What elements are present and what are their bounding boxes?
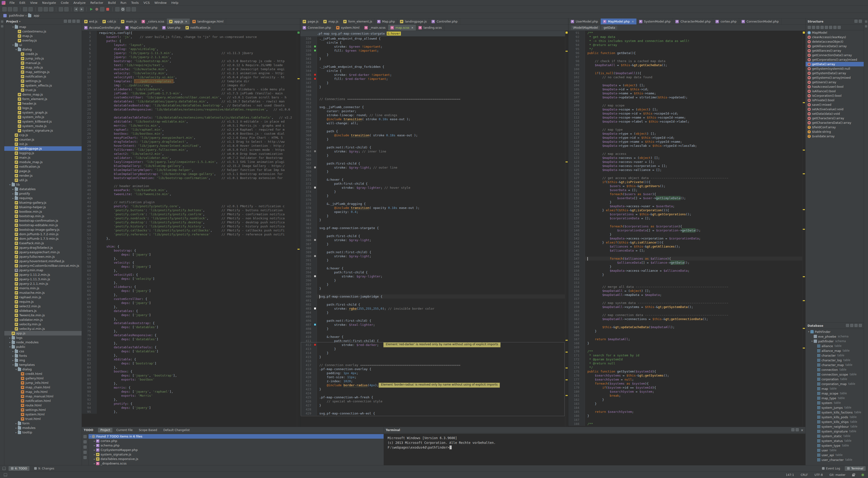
line-number[interactable]: 175 — [568, 370, 581, 374]
database-tree-item[interactable]: user_charactertable — [806, 457, 864, 462]
code-line[interactable]: 72 }, — [82, 317, 300, 321]
line-number[interactable]: 395 — [300, 274, 313, 278]
project-tree-item[interactable]: Hroute.html — [4, 403, 82, 408]
code-line[interactable]: 42 — [82, 196, 300, 200]
line-number[interactable]: 8 — [82, 59, 93, 63]
line-number[interactable]: 158 — [568, 301, 581, 305]
line-number[interactable]: 31 — [82, 152, 93, 156]
code-line[interactable]: 384 — [300, 230, 568, 234]
database-tree-item[interactable]: ▾PathFinder — [806, 329, 864, 334]
code-line[interactable]: 60 }, — [82, 268, 300, 273]
code-line[interactable]: 12 velocityUI: 'lib/velocity.ui.min', //… — [82, 75, 300, 79]
code-line[interactable]: 177 $searchSystem = null; — [568, 378, 805, 382]
line-number[interactable]: 351 — [300, 97, 313, 101]
project-tree-item[interactable]: Hmap_manual.html — [4, 394, 82, 399]
tree-toggle-icon[interactable]: ▾ — [8, 184, 11, 186]
tree-toggle-icon[interactable]: ▸ — [11, 197, 15, 199]
line-number[interactable]: 375 — [300, 194, 313, 198]
code-line[interactable]: 34 blueImpGallery: 'lib/blueimp-gallery'… — [82, 164, 300, 168]
code-line[interactable]: 365 } — [300, 153, 568, 157]
line-number[interactable]: 403 — [300, 307, 313, 311]
line-number[interactable]: 369 — [300, 169, 313, 173]
line-number[interactable]: 184 — [568, 406, 581, 410]
code-line[interactable]: 175public function getSystem($systemId){ — [568, 370, 805, 374]
line-number[interactable]: 414 — [300, 351, 313, 355]
editor-tab[interactable]: Pcortex.php — [713, 19, 739, 24]
code-line[interactable]: 44 pnotify: 'lib/pnotify/pnotify.core', … — [82, 204, 300, 208]
line-number[interactable]: 355 — [300, 113, 313, 117]
code-line[interactable]: 152 — [568, 277, 805, 281]
code-line[interactable]: 373 stroke: $gray-lighter; // hover styl… — [300, 186, 568, 190]
code-line[interactable]: 122 $mapData->access = (object) []; — [568, 156, 805, 160]
line-number[interactable]: 4 — [82, 43, 93, 47]
stop-icon[interactable] — [105, 7, 110, 11]
line-number[interactable]: 52 — [82, 236, 93, 241]
project-tree-item[interactable]: Hmap_chain.html — [4, 385, 82, 389]
line-number[interactable]: 22 — [82, 116, 93, 120]
line-number[interactable]: 383 — [300, 226, 313, 230]
show-fields-icon[interactable] — [816, 26, 819, 29]
line-number[interactable]: 140 — [568, 228, 581, 232]
line-number[interactable]: 183 — [568, 402, 581, 406]
line-number[interactable]: 102 — [568, 75, 581, 79]
code-line[interactable]: 395 stroke: $gray-lighter; — [300, 274, 568, 278]
line-number[interactable]: 95 — [568, 47, 581, 51]
line-number[interactable]: 171 — [568, 353, 581, 357]
line-number[interactable]: 33 — [82, 160, 93, 164]
code-line[interactable]: 5 dialog: 'app/ui/dialog', — [82, 47, 300, 51]
code-line[interactable]: 92 * get map data — [568, 35, 805, 39]
line-number[interactable]: 398 — [300, 286, 313, 290]
project-tree-item[interactable]: JSjquery.dragToSelect.js — [4, 246, 82, 250]
editor-tab[interactable]: JSapp.js× — [167, 19, 190, 24]
code-line[interactable]: 22 datatablesTableTools: 'lib/datatables… — [82, 116, 300, 120]
line-number[interactable]: 353 — [300, 105, 313, 109]
code-line[interactable]: 69 }, — [82, 305, 300, 309]
line-number[interactable]: 187 — [568, 418, 581, 422]
project-tree-item[interactable]: JSform_element.js — [4, 97, 82, 101]
tree-toggle-icon[interactable]: ▸ — [93, 453, 96, 456]
line-number[interactable]: 406 — [300, 319, 313, 323]
line-number[interactable]: 173 — [568, 361, 581, 365]
code-line[interactable]: 131 foreach($users as $user){ — [568, 192, 805, 196]
todo-tab[interactable]: Default Changelist — [161, 428, 192, 433]
code-line[interactable]: 113 $mapData->scope->label = $this->scop… — [568, 120, 805, 124]
editor-tab[interactable]: PConnection.php — [300, 25, 334, 31]
line-number[interactable]: 380 — [300, 214, 313, 218]
code-line[interactable]: 27 easyPieChart: 'lib/jquery.easypiechar… — [82, 136, 300, 140]
code-line[interactable]: 24 morris: 'lib/morris.min', // v0.5.1 M… — [82, 124, 300, 128]
line-number[interactable]: 74 — [82, 325, 93, 329]
code-line[interactable]: 427} — [300, 403, 568, 407]
code-line[interactable]: 125 $mapData->access->alliance = []; — [568, 168, 805, 172]
line-number[interactable]: 176 — [568, 374, 581, 378]
code-line[interactable]: 360 @include transition( stroke 0.18s ea… — [300, 133, 568, 137]
structure-item[interactable]: misCorporation():bool — [806, 93, 864, 98]
code-line[interactable]: 390 stroke: $gray-light; — [300, 254, 568, 258]
project-tree-item[interactable]: ▾public — [4, 345, 82, 349]
line-number[interactable]: 81 — [82, 353, 93, 357]
line-number[interactable]: 342 — [300, 61, 313, 65]
project-tree-item[interactable]: JSpage.js — [4, 169, 82, 173]
structure-item[interactable]: mgetCharactersData():array — [806, 121, 864, 125]
line-number[interactable]: 376 — [300, 198, 313, 202]
line-number[interactable]: 132 — [568, 196, 581, 200]
line-number[interactable]: 23 — [82, 120, 93, 124]
line-number[interactable]: 58 — [82, 261, 93, 265]
line-number[interactable]: 170 — [568, 349, 581, 353]
line-number[interactable]: 393 — [300, 266, 313, 270]
line-number[interactable]: 123 — [568, 160, 581, 164]
line-number[interactable]: 168 — [568, 341, 581, 345]
code-line[interactable]: 417// Connection overlay ===============… — [300, 363, 568, 367]
code-line[interactable]: 148 $allianceData[] = $alliance->getData… — [568, 261, 805, 265]
code-line[interactable]: 159 $mapDataAll->systems = $this-&gt;get… — [568, 305, 805, 309]
line-number[interactable]: 18 — [82, 99, 93, 103]
code-line[interactable]: 74 deps: ['datatables'] — [82, 325, 300, 329]
hide-icon[interactable] — [859, 20, 862, 23]
show-inherited-icon[interactable] — [820, 26, 824, 29]
database-tree-item[interactable]: connectiontable — [806, 367, 864, 372]
code-line[interactable]: 7 jquery: 'lib/jquery-2.1.1.min', — [82, 55, 300, 59]
line-number[interactable]: 11 — [82, 71, 93, 75]
code-line[interactable]: 375 } — [300, 194, 568, 198]
code-line[interactable]: 36 blueImpGalleryBootstrap: 'lib/bootstr… — [82, 172, 300, 176]
expand-all-icon[interactable] — [84, 440, 87, 443]
tree-toggle-icon[interactable]: ▸ — [11, 193, 15, 195]
